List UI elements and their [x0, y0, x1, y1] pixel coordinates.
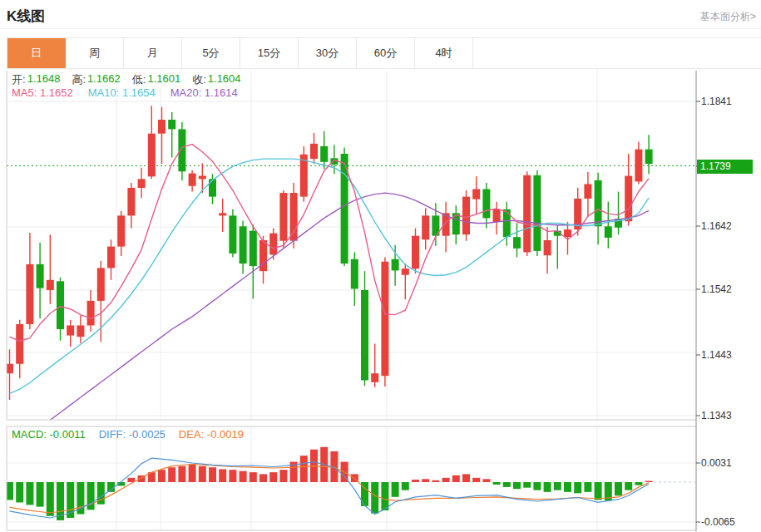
close-value: 1.1604	[208, 72, 241, 87]
high-value: 1.1662	[87, 72, 121, 87]
y-axis-label: 1.1642	[701, 219, 759, 233]
y-axis-label: 1.1841	[701, 95, 759, 108]
ma5-legend: MA5: 1.1652	[12, 86, 73, 99]
y-axis-label: 1.1343	[701, 409, 759, 422]
quote-row: 开:1.1648 高:1.1662 低:1.1601 收:1.1604	[12, 72, 241, 87]
diff-value: DIFF: -0.0025	[99, 428, 166, 441]
low-value: 1.1601	[147, 72, 180, 87]
current-price-badge: 1.1739	[697, 160, 753, 174]
kline-page: K线图 基本面分析> 日 周 月 5分 15分 30分 60分 4时 开:1.1…	[0, 0, 761, 532]
macd-value: MACD: -0.0011	[12, 428, 86, 441]
y-axis-label: 1.1443	[701, 348, 759, 362]
ma20-legend: MA20: 1.1614	[170, 86, 238, 99]
open-label: 开:	[12, 72, 26, 87]
ma10-legend: MA10: 1.1654	[88, 86, 156, 99]
open-value: 1.1648	[27, 72, 61, 87]
macd-legend: MACD: -0.0011 DIFF: -0.0025 DEA: -0.0019	[12, 428, 244, 441]
ma-legend: MA5: 1.1652 MA10: 1.1654 MA20: 1.1614	[12, 86, 238, 99]
macd-axis-label: 0.0031	[701, 456, 759, 470]
low-label: 低:	[132, 72, 146, 87]
y-axis-label: 1.1542	[701, 283, 759, 296]
high-label: 高:	[72, 72, 86, 87]
close-label: 收:	[192, 72, 206, 87]
dea-value: DEA: -0.0019	[179, 428, 244, 441]
macd-axis-label: -0.0065	[701, 515, 759, 529]
